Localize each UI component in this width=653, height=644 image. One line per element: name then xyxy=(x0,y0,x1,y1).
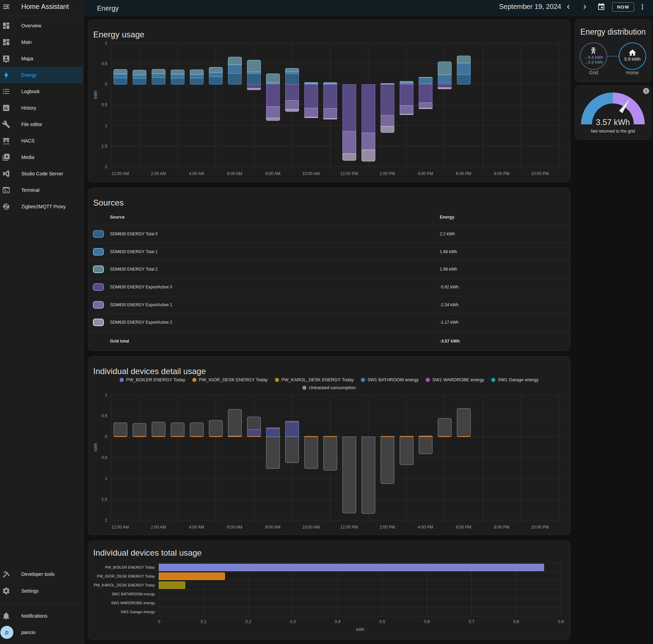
svg-text:4:00 PM: 4:00 PM xyxy=(418,171,433,176)
svg-text:1: 1 xyxy=(105,123,107,128)
svg-text:1.5: 1.5 xyxy=(101,144,107,149)
svg-text:SW1 WARDROBE energy: SW1 WARDROBE energy xyxy=(111,601,155,605)
svg-text:Net returned to the grid: Net returned to the grid xyxy=(591,129,635,134)
svg-text:PW_KAROL_DESK ENERGY Today: PW_KAROL_DESK ENERGY Today xyxy=(94,583,155,587)
svg-text:PW_IGOR_DESK ENERGY Today: PW_IGOR_DESK ENERGY Today xyxy=(97,574,155,578)
svg-text:8:00 AM: 8:00 AM xyxy=(265,525,280,530)
svg-text:6:00 PM: 6:00 PM xyxy=(456,171,471,176)
svg-text:0.1: 0.1 xyxy=(201,619,207,624)
svg-text:10:00 PM: 10:00 PM xyxy=(531,525,548,530)
svg-text:i: i xyxy=(645,88,647,94)
svg-text:2:00 PM: 2:00 PM xyxy=(379,171,395,176)
svg-text:kWh: kWh xyxy=(93,90,98,99)
svg-text:1.5: 1.5 xyxy=(101,497,107,502)
svg-text:0: 0 xyxy=(105,82,107,87)
svg-text:0.5: 0.5 xyxy=(379,619,385,624)
svg-text:←9.4 kWh: ←9.4 kWh xyxy=(584,55,603,60)
svg-text:0: 0 xyxy=(158,619,160,624)
svg-text:4:00 AM: 4:00 AM xyxy=(189,171,204,176)
svg-text:0.6: 0.6 xyxy=(424,619,430,624)
svg-text:kWh: kWh xyxy=(93,443,98,451)
svg-text:10:00 AM: 10:00 AM xyxy=(302,525,320,530)
svg-text:10:00 PM: 10:00 PM xyxy=(531,171,548,176)
svg-text:HACS: HACS xyxy=(3,143,9,145)
svg-text:4:00 AM: 4:00 AM xyxy=(189,525,204,530)
svg-text:2: 2 xyxy=(105,164,107,169)
svg-text:0.3: 0.3 xyxy=(290,619,296,624)
svg-text:1: 1 xyxy=(105,393,107,397)
svg-text:0.5: 0.5 xyxy=(101,102,107,107)
svg-text:2: 2 xyxy=(105,518,107,523)
svg-text:0.7: 0.7 xyxy=(469,619,474,624)
svg-text:12:00 PM: 12:00 PM xyxy=(340,171,358,176)
svg-text:1: 1 xyxy=(105,476,107,481)
svg-text:0.9: 0.9 xyxy=(558,619,564,624)
svg-text:2:00 PM: 2:00 PM xyxy=(379,525,395,530)
svg-text:12:00 PM: 12:00 PM xyxy=(340,525,358,530)
svg-text:PW_BOILER ENERGY Today: PW_BOILER ENERGY Today xyxy=(105,565,155,569)
svg-text:6:00 AM: 6:00 AM xyxy=(227,525,242,530)
svg-text:2:00 AM: 2:00 AM xyxy=(151,525,166,530)
svg-text:12:00 AM: 12:00 AM xyxy=(111,525,129,530)
svg-text:SW1 BATHROOM energy: SW1 BATHROOM energy xyxy=(112,592,155,596)
svg-text:8:00 AM: 8:00 AM xyxy=(265,171,280,176)
svg-text:6:00 AM: 6:00 AM xyxy=(227,171,242,176)
svg-text:2:00 AM: 2:00 AM xyxy=(151,171,166,176)
svg-text:0.2: 0.2 xyxy=(245,619,251,624)
svg-text:0.8: 0.8 xyxy=(513,619,519,624)
svg-text:Grid: Grid xyxy=(589,70,598,75)
svg-text:10:00 AM: 10:00 AM xyxy=(302,171,320,176)
svg-text:12:00 AM: 12:00 AM xyxy=(111,171,129,176)
svg-text:5.9 kWh: 5.9 kWh xyxy=(624,57,641,62)
svg-text:0.4: 0.4 xyxy=(335,619,341,624)
svg-text:SW1 Garage energy: SW1 Garage energy xyxy=(121,610,155,614)
svg-text:0.5: 0.5 xyxy=(101,413,107,418)
svg-text:Home: Home xyxy=(626,70,639,75)
svg-text:8:00 PM: 8:00 PM xyxy=(494,171,509,176)
svg-text:0.5: 0.5 xyxy=(101,455,107,460)
svg-text:8:00 PM: 8:00 PM xyxy=(494,525,509,530)
svg-text:→5.9 kWh: →5.9 kWh xyxy=(584,60,603,65)
svg-text:kWh: kWh xyxy=(356,627,364,632)
svg-text:6:00 PM: 6:00 PM xyxy=(456,525,471,530)
svg-text:0: 0 xyxy=(105,434,107,439)
svg-text:3.57 kWh: 3.57 kWh xyxy=(596,118,630,127)
svg-text:0.5: 0.5 xyxy=(101,61,107,66)
svg-text:1: 1 xyxy=(105,41,107,46)
svg-text:4:00 PM: 4:00 PM xyxy=(418,525,433,530)
